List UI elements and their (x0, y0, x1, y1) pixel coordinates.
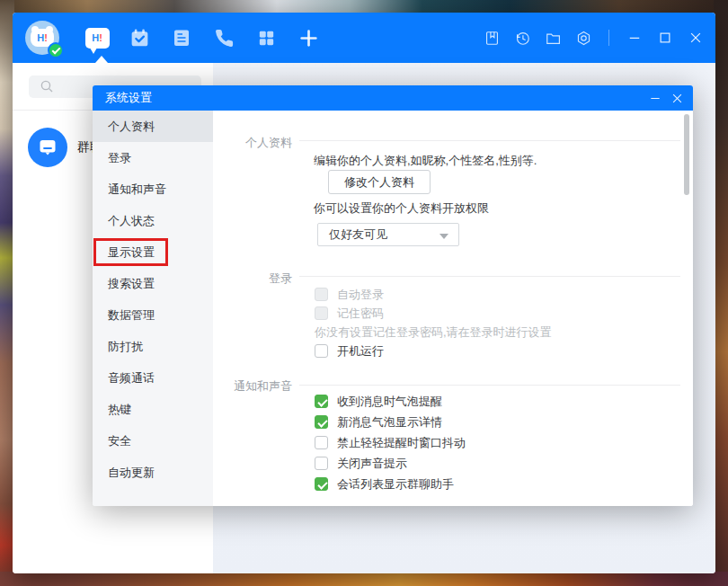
tab-add[interactable] (296, 25, 321, 50)
sidebar-item-11[interactable]: 安全 (93, 425, 213, 457)
section-label-profile: 个人资料 (213, 135, 292, 151)
sidebar-item-2[interactable]: 登录 (93, 142, 213, 173)
dialog-scrollbar[interactable] (684, 114, 689, 195)
user-avatar[interactable]: H! (25, 21, 59, 55)
chevron-down-icon (439, 234, 448, 239)
notebook-icon (484, 30, 501, 47)
checkbox-label: 开机运行 (337, 343, 384, 360)
dialog-body: 个人资料登录通知和声音个人状态显示设置搜索设置数据管理防打扰音频通话热键安全自动… (93, 111, 693, 506)
dialog-close-button[interactable] (670, 92, 684, 105)
checkbox (315, 288, 328, 301)
checkbox[interactable] (315, 457, 328, 470)
gear-icon (575, 30, 592, 47)
desktop-wallpaper-bottom (0, 572, 728, 586)
profile-description: 编辑你的个人资料,如昵称,个性签名,性别等. (314, 153, 537, 169)
sidebar-item-3[interactable]: 通知和声音 (93, 173, 213, 205)
tab-calendar[interactable] (127, 25, 152, 50)
checkbox-row: 禁止轻轻提醒时窗口抖动 (315, 435, 466, 450)
active-tab-indicator (95, 56, 108, 63)
dialog-controls (648, 92, 684, 105)
titlebar-right-icons (483, 13, 705, 63)
dialog-close-icon (670, 92, 684, 105)
section-divider (299, 276, 680, 277)
dialog-minimize-icon (649, 92, 661, 104)
checkbox-row: 记住密码 (315, 306, 552, 321)
checkbox-row: 收到消息时气泡提醒 (315, 394, 466, 409)
checkbox-label: 自动登录 (337, 287, 384, 303)
history-clock-icon (514, 30, 531, 47)
checkbox-label: 关闭声音提示 (337, 456, 407, 472)
online-status-badge (49, 44, 62, 57)
group-chat-avatar (28, 128, 67, 167)
sidebar-item-10[interactable]: 热键 (93, 394, 213, 425)
dialog-sidebar-items: 个人资料登录通知和声音个人状态显示设置搜索设置数据管理防打扰音频通话热键安全自动… (93, 111, 213, 488)
tab-apps[interactable] (253, 25, 279, 50)
calendar-icon (129, 27, 151, 49)
main-window: H! H! (13, 13, 715, 573)
privacy-hint: 你可以设置你的个人资料开放权限 (314, 200, 489, 217)
nav-tabs: H! (84, 25, 321, 50)
sidebar-item-1[interactable]: 个人资料 (93, 111, 213, 142)
edit-profile-button[interactable]: 修改个人资料 (328, 170, 431, 194)
titlebar-separator (608, 30, 609, 46)
tab-messages[interactable]: H! (84, 25, 110, 50)
minimize-button[interactable] (626, 29, 644, 47)
bear-logo: H! (31, 29, 54, 47)
sidebar-item-8[interactable]: 防打扰 (93, 331, 213, 362)
maximize-button[interactable] (656, 29, 674, 47)
login-password-note: 你没有设置记住登录密码,请在登录时进行设置 (315, 324, 552, 340)
notify-rows: 收到消息时气泡提醒新消息气泡显示详情禁止轻轻提醒时窗口抖动关闭声音提示会话列表显… (315, 394, 466, 497)
dialog-content: 个人资料 编辑你的个人资料,如昵称,个性签名,性别等. 修改个人资料 你可以设置… (213, 111, 693, 506)
main-titlebar: H! H! (13, 13, 715, 63)
settings-dialog: 系统设置 个人资料登录通知和声音个人状态显示设置搜索设置数据管理防打扰音频通话热… (93, 85, 693, 506)
section-label-notify: 通知和声音 (213, 378, 292, 395)
checkbox-row: 自动登录 (315, 287, 552, 302)
checkbox-label: 记住密码 (337, 306, 384, 322)
tab-calls[interactable] (211, 25, 236, 50)
sidebar-item-5[interactable]: 显示设置 (93, 236, 213, 268)
dialog-titlebar: 系统设置 (93, 85, 693, 111)
minimize-icon (626, 30, 643, 46)
close-button[interactable] (687, 29, 705, 47)
sidebar-item-12[interactable]: 自动更新 (93, 457, 213, 488)
checkbox-label: 禁止轻轻提醒时窗口抖动 (337, 435, 466, 451)
news-icon (171, 27, 192, 49)
history-button[interactable] (513, 29, 531, 47)
checkbox[interactable] (315, 477, 328, 491)
checkbox[interactable] (315, 395, 328, 408)
close-icon (688, 30, 704, 46)
checkbox[interactable] (315, 344, 328, 358)
notebook-button[interactable] (483, 29, 501, 47)
checkbox-row: 会话列表显示群聊助手 (315, 476, 466, 492)
checkbox[interactable] (315, 415, 328, 429)
sidebar-item-9[interactable]: 音频通话 (93, 362, 213, 394)
tab-news[interactable] (169, 25, 194, 50)
checkbox (315, 306, 328, 320)
dialog-minimize-button[interactable] (648, 92, 661, 105)
phone-icon (214, 28, 235, 49)
checkbox[interactable] (315, 436, 328, 449)
checkbox-label: 收到消息时气泡提醒 (337, 394, 442, 410)
checkbox-row: 开机运行 (315, 343, 552, 359)
maximize-icon (657, 30, 673, 46)
settings-button[interactable] (574, 29, 592, 47)
search-icon (40, 79, 55, 94)
privacy-select-value: 仅好友可见 (329, 226, 387, 243)
section-divider (299, 385, 680, 386)
checkbox-label: 新消息气泡显示详情 (337, 414, 442, 431)
folder-button[interactable] (544, 29, 562, 47)
chat-window-icon (37, 137, 58, 158)
checkbox-label: 会话列表显示群聊助手 (337, 476, 454, 493)
sidebar-item-7[interactable]: 数据管理 (93, 299, 213, 331)
chat-bubble-icon: H! (85, 28, 110, 49)
plus-icon (297, 27, 320, 49)
folder-icon (545, 30, 562, 47)
sidebar-item-6[interactable]: 搜索设置 (93, 268, 213, 299)
conversation-item-group-chat[interactable]: 群聊 (28, 128, 102, 167)
privacy-select[interactable]: 仅好友可见 (317, 223, 459, 246)
dialog-title: 系统设置 (105, 90, 152, 106)
section-label-login: 登录 (213, 271, 292, 287)
apps-grid-icon (256, 28, 277, 49)
login-rows: 自动登录记住密码你没有设置记住登录密码,请在登录时进行设置开机运行 (315, 287, 552, 362)
sidebar-item-4[interactable]: 个人状态 (93, 205, 213, 236)
